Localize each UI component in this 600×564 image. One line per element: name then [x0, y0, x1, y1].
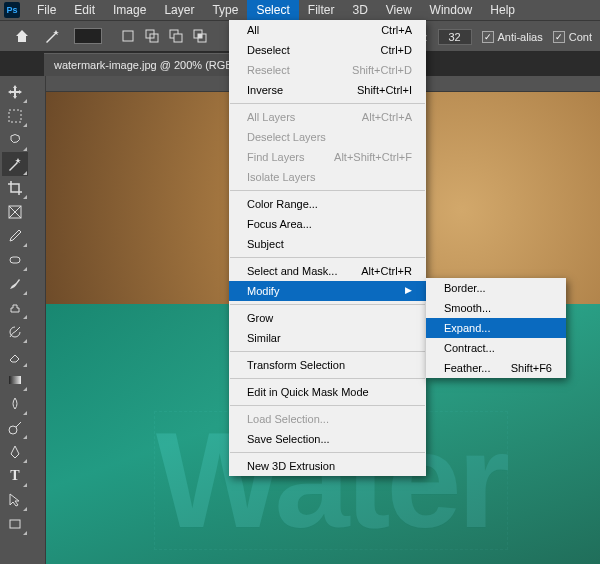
svg-rect-16 — [10, 520, 20, 528]
menu-item-save-selection[interactable]: Save Selection... — [229, 429, 426, 449]
menu-bar: Ps FileEditImageLayerTypeSelectFilter3DV… — [0, 0, 600, 20]
menu-item-transform-selection[interactable]: Transform Selection — [229, 355, 426, 375]
svg-point-14 — [9, 426, 17, 434]
eraser-tool-icon[interactable] — [2, 344, 28, 368]
menu-window[interactable]: Window — [421, 0, 482, 20]
menu-item-inverse[interactable]: InverseShift+Ctrl+I — [229, 80, 426, 100]
menu-item-shortcut: Alt+Shift+Ctrl+F — [334, 151, 412, 163]
menu-item-similar[interactable]: Similar — [229, 328, 426, 348]
menu-item-color-range[interactable]: Color Range... — [229, 194, 426, 214]
sample-swatch[interactable] — [74, 28, 102, 44]
menu-item-label: All — [247, 24, 259, 36]
menu-item-shortcut: Alt+Ctrl+R — [361, 265, 412, 277]
svg-rect-8 — [9, 110, 21, 122]
submenu-item-contract[interactable]: Contract... — [426, 338, 566, 358]
menu-item-isolate-layers: Isolate Layers — [229, 167, 426, 187]
tool-panel: T — [0, 76, 30, 564]
menu-view[interactable]: View — [377, 0, 421, 20]
menu-item-label: Isolate Layers — [247, 171, 315, 183]
svg-rect-12 — [10, 257, 20, 263]
menu-item-label: Deselect — [247, 44, 290, 56]
contiguous-checkbox[interactable]: ✓ Cont — [553, 31, 592, 43]
menu-item-label: Similar — [247, 332, 281, 344]
tolerance-input[interactable]: 32 — [438, 29, 472, 45]
svg-line-15 — [16, 422, 21, 427]
menu-item-load-selection: Load Selection... — [229, 409, 426, 429]
menu-item-subject[interactable]: Subject — [229, 234, 426, 254]
crop-tool-icon[interactable] — [2, 176, 28, 200]
menu-item-shortcut: Ctrl+D — [381, 44, 412, 56]
pen-tool-icon[interactable] — [2, 440, 28, 464]
menu-separator — [230, 452, 425, 453]
gradient-tool-icon[interactable] — [2, 368, 28, 392]
menu-item-shortcut: Shift+F6 — [511, 362, 552, 374]
menu-filter[interactable]: Filter — [299, 0, 344, 20]
menu-separator — [230, 190, 425, 191]
magic-wand-tool-icon[interactable] — [2, 152, 28, 176]
lasso-tool-icon[interactable] — [2, 128, 28, 152]
menu-edit[interactable]: Edit — [65, 0, 104, 20]
menu-item-label: Focus Area... — [247, 218, 312, 230]
menu-item-label: Contract... — [444, 342, 495, 354]
intersect-selection-icon[interactable] — [190, 26, 210, 46]
menu-item-edit-in-quick-mask-mode[interactable]: Edit in Quick Mask Mode — [229, 382, 426, 402]
menu-item-grow[interactable]: Grow — [229, 308, 426, 328]
eyedropper-tool-icon[interactable] — [2, 224, 28, 248]
menu-help[interactable]: Help — [481, 0, 524, 20]
anti-alias-checkbox[interactable]: ✓ Anti-alias — [482, 31, 543, 43]
menu-separator — [230, 351, 425, 352]
healing-brush-tool-icon[interactable] — [2, 248, 28, 272]
menu-item-label: Color Range... — [247, 198, 318, 210]
subtract-selection-icon[interactable] — [166, 26, 186, 46]
move-tool-icon[interactable] — [2, 80, 28, 104]
contiguous-label: Cont — [569, 31, 592, 43]
menu-type[interactable]: Type — [203, 0, 247, 20]
menu-item-label: Grow — [247, 312, 273, 324]
menu-separator — [230, 405, 425, 406]
type-tool-icon[interactable]: T — [2, 464, 28, 488]
menu-item-all[interactable]: AllCtrl+A — [229, 20, 426, 40]
menu-item-label: Inverse — [247, 84, 283, 96]
menu-item-label: Subject — [247, 238, 284, 250]
dodge-tool-icon[interactable] — [2, 416, 28, 440]
svg-rect-13 — [9, 376, 21, 384]
menu-select[interactable]: Select — [247, 0, 298, 20]
path-selection-tool-icon[interactable] — [2, 488, 28, 512]
brush-tool-icon[interactable] — [2, 272, 28, 296]
blur-tool-icon[interactable] — [2, 392, 28, 416]
menu-separator — [230, 103, 425, 104]
submenu-item-expand[interactable]: Expand... — [426, 318, 566, 338]
add-selection-icon[interactable] — [142, 26, 162, 46]
menu-item-label: Expand... — [444, 322, 490, 334]
frame-tool-icon[interactable] — [2, 200, 28, 224]
rectangle-tool-icon[interactable] — [2, 512, 28, 536]
menu-file[interactable]: File — [28, 0, 65, 20]
magic-wand-tool-icon[interactable] — [40, 24, 64, 48]
menu-item-find-layers: Find LayersAlt+Shift+Ctrl+F — [229, 147, 426, 167]
menu-image[interactable]: Image — [104, 0, 155, 20]
menu-item-modify[interactable]: Modify▶ — [229, 281, 426, 301]
marquee-tool-icon[interactable] — [2, 104, 28, 128]
new-selection-icon[interactable] — [118, 26, 138, 46]
menu-3d[interactable]: 3D — [343, 0, 376, 20]
anti-alias-label: Anti-alias — [498, 31, 543, 43]
submenu-item-feather[interactable]: Feather...Shift+F6 — [426, 358, 566, 378]
menu-item-shortcut: Shift+Ctrl+D — [352, 64, 412, 76]
clone-stamp-tool-icon[interactable] — [2, 296, 28, 320]
submenu-item-smooth[interactable]: Smooth... — [426, 298, 566, 318]
submenu-item-border[interactable]: Border... — [426, 278, 566, 298]
menu-item-select-and-mask[interactable]: Select and Mask...Alt+Ctrl+R — [229, 261, 426, 281]
menu-item-deselect[interactable]: DeselectCtrl+D — [229, 40, 426, 60]
svg-rect-7 — [198, 34, 202, 38]
home-icon[interactable] — [10, 24, 34, 48]
menu-item-new-3d-extrusion[interactable]: New 3D Extrusion — [229, 456, 426, 476]
history-brush-tool-icon[interactable] — [2, 320, 28, 344]
menu-item-label: Load Selection... — [247, 413, 329, 425]
menu-item-focus-area[interactable]: Focus Area... — [229, 214, 426, 234]
menu-item-label: Feather... — [444, 362, 490, 374]
menu-item-label: Edit in Quick Mask Mode — [247, 386, 369, 398]
menu-item-label: Find Layers — [247, 151, 304, 163]
menu-layer[interactable]: Layer — [155, 0, 203, 20]
menu-item-label: Border... — [444, 282, 486, 294]
selection-mode-group — [118, 26, 210, 46]
